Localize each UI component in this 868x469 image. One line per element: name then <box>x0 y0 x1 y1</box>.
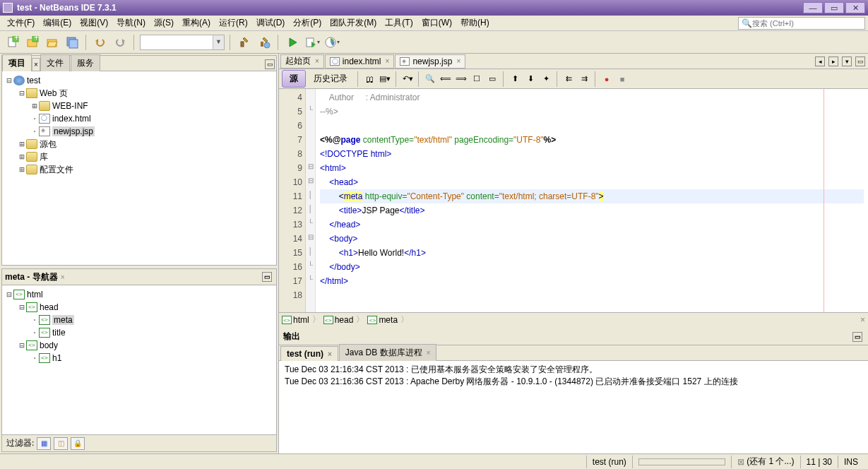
find-prev-button[interactable]: ⟸ <box>439 72 453 86</box>
prev-bookmark-button[interactable]: ⬆ <box>508 72 522 86</box>
status-stop-icon[interactable]: ⊠ <box>737 457 744 467</box>
config-combo[interactable]: ▼ <box>140 35 225 50</box>
etab-newjsp-close[interactable]: × <box>456 57 460 65</box>
find-sel-button[interactable]: 🔍 <box>423 72 437 86</box>
menu-source[interactable]: 源(S) <box>150 16 178 30</box>
navigator-title: meta - 导航器 <box>5 271 58 283</box>
navigator-tree[interactable]: ⊟<>html ⊟<>head ·<>meta ·<>title ⊟<>body… <box>2 285 276 434</box>
tree-root[interactable]: test <box>27 76 40 85</box>
panel-minimize-button[interactable]: ▭ <box>265 59 275 69</box>
out-tab-run[interactable]: test (run)× <box>280 346 338 361</box>
nav-meta[interactable]: meta <box>52 315 74 325</box>
nav-head[interactable]: head <box>40 302 59 312</box>
maximize-button[interactable]: ▭ <box>824 2 844 13</box>
etab-index[interactable]: index.html× <box>325 54 395 69</box>
scroll-left-button[interactable]: ◂ <box>815 57 825 66</box>
tree-src[interactable]: 源包 <box>40 138 57 150</box>
navigator-close[interactable]: × <box>61 273 65 281</box>
menu-help[interactable]: 帮助(H) <box>456 16 494 30</box>
back-button[interactable]: ↶▾ <box>400 72 415 86</box>
menu-view[interactable]: 视图(V) <box>76 16 112 30</box>
tab-services[interactable]: 服务 <box>71 54 100 71</box>
run-button[interactable] <box>284 34 301 51</box>
filter-btn-2[interactable]: ◫ <box>54 437 68 450</box>
menu-file[interactable]: 文件(F) <box>3 16 39 30</box>
dropdown-tabs-button[interactable]: ▾ <box>842 57 852 66</box>
app-icon <box>3 3 13 13</box>
nav-html[interactable]: html <box>27 290 43 299</box>
open-project-button[interactable] <box>44 34 61 51</box>
tree-conf[interactable]: 配置文件 <box>40 164 73 176</box>
history-view-button[interactable]: 历史记录 <box>307 70 354 88</box>
menu-debug[interactable]: 调试(D) <box>252 16 290 30</box>
macro-rec-button[interactable]: ● <box>600 72 614 86</box>
toggle-rect-button[interactable]: ▭ <box>485 72 499 86</box>
shift-right-button[interactable]: ⇉ <box>577 72 591 86</box>
menu-team[interactable]: 团队开发(M) <box>326 16 381 30</box>
debug-button[interactable]: ▾ <box>304 34 321 51</box>
status-ins[interactable]: INS <box>838 456 864 468</box>
tab-files[interactable]: 文件 <box>40 54 70 71</box>
bc-meta[interactable]: <>meta <box>367 315 398 325</box>
search-input[interactable] <box>752 19 862 28</box>
close-button[interactable]: ✕ <box>845 2 865 13</box>
tree-webinf[interactable]: WEB-INF <box>52 101 88 111</box>
filter-btn-1[interactable]: ▦ <box>37 437 51 450</box>
minimize-button[interactable]: — <box>803 2 823 13</box>
menu-profile[interactable]: 分析(P) <box>289 16 326 30</box>
tab-projects-close[interactable]: × <box>32 58 40 71</box>
save-all-button[interactable] <box>64 34 81 51</box>
filter-btn-3[interactable]: 🔒 <box>71 437 85 450</box>
menu-refactor[interactable]: 重构(A) <box>178 16 215 30</box>
menu-edit[interactable]: 编辑(E) <box>39 16 76 30</box>
out-tab-db[interactable]: Java DB 数据库进程× <box>339 344 437 361</box>
bc-head[interactable]: <>head <box>323 315 354 325</box>
next-bookmark-button[interactable]: ⬇ <box>523 72 537 86</box>
output-title: 输出 <box>283 331 300 343</box>
shift-left-button[interactable]: ⇇ <box>561 72 576 86</box>
tree-lib[interactable]: 库 <box>40 151 48 163</box>
status-more[interactable]: (还有 1 个...) <box>747 456 794 468</box>
nav-title[interactable]: title <box>52 328 66 338</box>
diff-button[interactable]: ▤▾ <box>378 72 392 86</box>
clean-build-button[interactable] <box>256 34 273 51</box>
navigator-minimize-button[interactable]: ▭ <box>262 272 272 282</box>
toggle-bookmark-button[interactable]: ✦ <box>539 72 553 86</box>
tree-newjsp[interactable]: newjsp.jsp <box>52 126 95 136</box>
toggle-highlight-button[interactable]: ☐ <box>470 72 484 86</box>
profile-button[interactable]: ▾ <box>323 34 340 51</box>
etab-newjsp[interactable]: newjsp.jsp× <box>395 54 465 69</box>
menu-navigate[interactable]: 导航(N) <box>112 16 150 30</box>
editor-tabs: 起始页× index.html× newjsp.jsp× ◂ ▸ ▾ ▭ <box>279 54 868 69</box>
new-file-button[interactable]: + <box>4 34 21 51</box>
source-view-button[interactable]: 源 <box>282 70 306 88</box>
menu-tools[interactable]: 工具(T) <box>381 16 417 30</box>
output-body[interactable]: Tue Dec 03 21:16:34 CST 2013 : 已使用基本服务器安… <box>279 361 868 453</box>
nav-body[interactable]: body <box>40 340 58 350</box>
last-edit-button[interactable]: 🕮 <box>362 72 376 86</box>
fold-column[interactable]: └⊟⊟││└⊟│└└ <box>306 89 316 312</box>
search-box[interactable]: 🔍 <box>738 17 865 30</box>
etab-start[interactable]: 起始页× <box>280 54 324 69</box>
redo-button[interactable] <box>112 34 129 51</box>
nav-h1[interactable]: h1 <box>52 353 61 363</box>
build-button[interactable] <box>236 34 253 51</box>
code-editor[interactable]: 456789101112131415161718 └⊟⊟││└⊟│└└ Auth… <box>279 89 868 312</box>
etab-start-close[interactable]: × <box>315 57 319 65</box>
tab-projects[interactable]: 项目 <box>2 54 32 71</box>
maximize-editor-button[interactable]: ▭ <box>855 57 865 66</box>
tree-index[interactable]: index.html <box>52 114 91 124</box>
bc-html[interactable]: <>html <box>282 315 309 325</box>
tree-web[interactable]: Web 页 <box>40 88 68 100</box>
menu-run[interactable]: 运行(R) <box>215 16 252 30</box>
bc-close[interactable]: × <box>860 315 865 325</box>
find-next-button[interactable]: ⟹ <box>454 72 468 86</box>
project-tree[interactable]: ⊟test ⊟Web 页 ⊞WEB-INF ·index.html ·newjs… <box>2 71 276 265</box>
scroll-right-button[interactable]: ▸ <box>828 57 838 66</box>
etab-index-close[interactable]: × <box>386 57 390 65</box>
undo-button[interactable] <box>92 34 109 51</box>
output-minimize-button[interactable]: ▭ <box>852 332 862 342</box>
menu-window[interactable]: 窗口(W) <box>417 16 456 30</box>
new-project-button[interactable]: + <box>24 34 41 51</box>
macro-stop-button[interactable]: ■ <box>615 72 629 86</box>
